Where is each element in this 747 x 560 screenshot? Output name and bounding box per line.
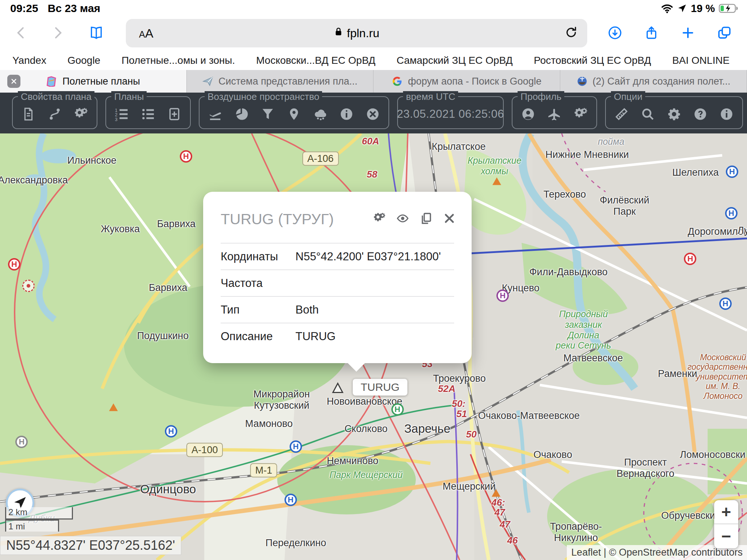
browser-tab-4[interactable]: (2) Сайт для создания полет... <box>560 70 747 93</box>
map-place-label: Тропарёво- Никулино <box>550 521 602 544</box>
forward-icon[interactable] <box>47 23 68 43</box>
filter-icon[interactable] <box>261 107 275 121</box>
map-place-label: Мамоново <box>245 418 293 429</box>
browser-tab-1[interactable]: Полетные планы <box>0 70 187 93</box>
reload-icon[interactable] <box>565 26 578 40</box>
reader-button[interactable]: АА <box>139 26 153 40</box>
svg-text:3: 3 <box>115 117 117 121</box>
info-icon[interactable] <box>720 107 734 121</box>
popup-row-label: Частота <box>221 277 295 290</box>
info-icon[interactable] <box>340 107 353 121</box>
airway-number-label: 47 <box>495 507 505 518</box>
map-pin-icon[interactable] <box>287 107 301 121</box>
battery-percent: 19 % <box>691 3 715 15</box>
favorite-item-6[interactable]: Ростовский ЗЦ ЕС ОрВД <box>534 55 651 66</box>
wifi-icon <box>661 2 673 15</box>
favorite-item-2[interactable]: Google <box>67 55 100 66</box>
location-arrow-icon <box>677 3 687 13</box>
gears-icon[interactable] <box>74 107 88 121</box>
bookmarks-icon[interactable] <box>86 23 107 43</box>
map-place-label: Одинцово <box>140 482 196 496</box>
popup-action-gears-icon[interactable] <box>373 212 386 226</box>
map-place-label: Фили-Давыдково <box>529 267 607 278</box>
gears-icon[interactable] <box>574 107 588 121</box>
tab-close-icon[interactable] <box>7 75 20 88</box>
lock-icon <box>334 26 343 40</box>
add-plan-icon[interactable] <box>167 107 181 121</box>
back-icon[interactable] <box>11 23 31 43</box>
url-text: fpln.ru <box>347 27 379 40</box>
metro-station-icon: Н <box>285 494 297 506</box>
map-place-label: пойма <box>598 136 624 147</box>
status-bar: 09:25 Вс 23 мая 19 % <box>0 0 747 16</box>
battery-charging-icon <box>719 3 740 14</box>
map-place-label: Крылатские холмы <box>468 155 522 176</box>
favorites-bar: YandexGoogleПолетные...омы и зоны.Москов… <box>0 51 747 70</box>
road-shield: М-1 <box>250 463 278 478</box>
scale-mi: 1 mi <box>5 520 59 532</box>
map-place-label: Парк Мещёрский <box>329 470 403 480</box>
map-place-label: Раменки <box>658 368 697 380</box>
weather-cloud-icon[interactable] <box>313 107 327 121</box>
flight-icon[interactable] <box>208 107 222 121</box>
toolbar-group-label: время UTC <box>403 91 458 102</box>
close-circle-icon[interactable] <box>366 107 380 121</box>
gear-icon[interactable] <box>667 107 681 121</box>
file-icon[interactable] <box>22 107 35 121</box>
browser-tab-3[interactable]: форум аопа - Поиск в Google <box>374 70 560 93</box>
search-icon[interactable] <box>641 107 655 121</box>
google-favicon <box>392 76 403 87</box>
zoom-in-button[interactable]: + <box>714 500 738 524</box>
popup-row-label: Описание <box>221 330 295 343</box>
favorite-item-5[interactable]: Самарский ЗЦ ЕС ОрВД <box>396 55 512 66</box>
map-place-label: Барвиха <box>157 219 196 230</box>
scale-control: 2 km 1 mi <box>5 507 73 532</box>
route-icon[interactable] <box>48 107 62 121</box>
map-place-label: Проспект Вернадского <box>595 457 696 479</box>
help-icon[interactable] <box>693 107 707 121</box>
map-place-label: Немчиново <box>327 455 378 467</box>
numbered-list-icon[interactable]: 123 <box>115 107 129 121</box>
paper-plane-favicon <box>202 76 213 87</box>
map-canvas[interactable]: поймаКрылатскоеНижние МневникиКрылатские… <box>0 133 747 560</box>
browser-tab-2[interactable]: Система представления пла... <box>187 70 374 93</box>
map-place-label: Обручевский <box>661 510 721 522</box>
ipad-screen: 09:25 Вс 23 мая 19 % <box>0 0 747 560</box>
metro-station-icon: Н <box>165 425 177 438</box>
map-place-label: Новоивановское <box>327 396 402 407</box>
popup-action-close-x-icon[interactable] <box>443 212 456 226</box>
plane-icon[interactable] <box>547 107 561 121</box>
address-bar[interactable]: АА fpln.ru <box>126 19 587 47</box>
favorite-item-7[interactable]: BAI ONLINE <box>672 55 729 66</box>
waypoint-triangle-marker[interactable] <box>330 381 345 397</box>
map-place-label: Матвеевское <box>563 353 623 364</box>
share-icon[interactable] <box>641 23 662 43</box>
waypoint-label[interactable]: TURUG <box>353 379 408 396</box>
metro-station-icon: Н <box>496 289 509 302</box>
favorite-item-3[interactable]: Полетные...омы и зоны. <box>121 55 235 66</box>
zoom-out-button[interactable]: − <box>714 524 738 548</box>
popup-action-copy-icon[interactable] <box>420 212 432 226</box>
road-shield: А-100 <box>186 443 223 457</box>
download-icon[interactable] <box>605 23 625 43</box>
user-icon[interactable] <box>521 107 535 121</box>
metro-station-icon: Н <box>180 150 192 163</box>
metro-station-icon: Н <box>290 440 302 453</box>
popup-rows: КординатыN55°42.4200' E037°21.1800'Часто… <box>221 243 454 349</box>
map-place-label: Терехово <box>543 189 586 201</box>
ruler-icon[interactable] <box>615 107 628 121</box>
popup-title: TURUG (ТУРУГ) <box>221 211 334 228</box>
favorite-item-1[interactable]: Yandex <box>12 55 46 66</box>
popup-action-eye-icon[interactable] <box>396 212 409 226</box>
toolbar-group-label: Планы <box>111 91 147 102</box>
pie-chart-icon[interactable] <box>235 107 248 121</box>
list-icon[interactable] <box>141 107 155 121</box>
new-tab-icon[interactable] <box>678 23 698 43</box>
tabs-icon[interactable] <box>714 23 735 43</box>
toolbar-group-label: Свойства плана <box>18 91 94 102</box>
toolbar-group-label: Воздушное пространство <box>205 91 322 102</box>
clock: 09:25 <box>10 2 38 15</box>
tab-label: Система представления пла... <box>218 76 357 87</box>
metro-station-icon: Н <box>391 403 404 416</box>
favorite-item-4[interactable]: Московски...ВД ЕС ОрВД <box>256 55 375 66</box>
